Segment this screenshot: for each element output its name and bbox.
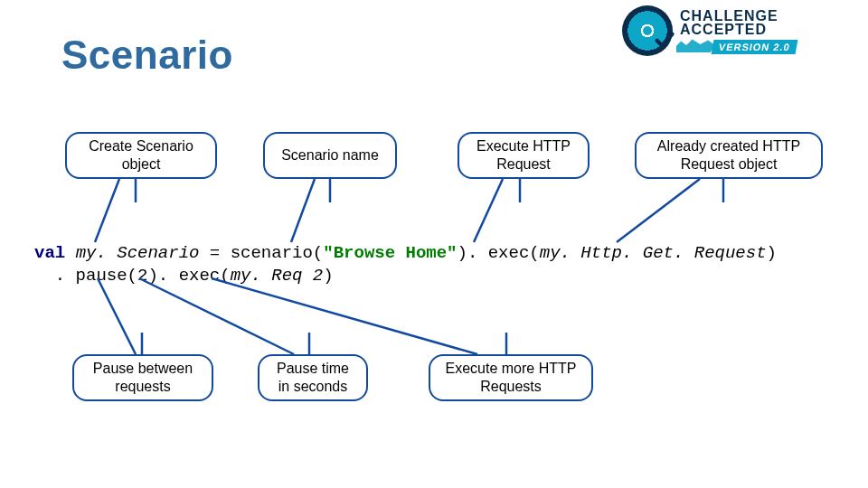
logo-line1: CHALLENGE (680, 9, 778, 23)
svg-line-1 (95, 179, 119, 242)
callout-scenario-name: Scenario name (263, 132, 397, 179)
svg-line-3 (291, 179, 315, 242)
code-rest1: ). exec( (458, 243, 540, 263)
logo-check-icon (655, 31, 675, 51)
callout-execute-http: Execute HTTPRequest (458, 132, 590, 179)
code-var3: my. Req 2 (231, 266, 324, 286)
code-eq: = scenario( (199, 243, 323, 263)
slide-title: Scenario (61, 33, 233, 78)
code-var1: my. Scenario (76, 243, 200, 263)
slide: Scenario CHALLENGE ACCEPTED VERSION 2.0 … (0, 0, 868, 488)
code-rest1b: ) (767, 243, 777, 263)
logo-version: VERSION 2.0 (712, 40, 798, 54)
logo-text: CHALLENGE ACCEPTED (680, 9, 778, 36)
code-kw: val (34, 243, 65, 263)
callout-already-created: Already created HTTPRequest object (635, 132, 823, 179)
code-line2b: ) (323, 266, 333, 286)
logo-paint-icon (676, 36, 716, 52)
svg-line-7 (617, 179, 700, 242)
code-str: "Browse Home" (323, 243, 457, 263)
code-block: val my. Scenario = scenario("Browse Home… (34, 242, 777, 286)
svg-line-5 (474, 179, 503, 242)
callout-pause-time: Pause timein seconds (258, 354, 368, 401)
code-var2: my. Http. Get. Request (540, 243, 767, 263)
svg-line-8 (98, 278, 136, 354)
callout-create-scenario: Create Scenarioobject (65, 132, 217, 179)
svg-line-10 (139, 278, 294, 354)
logo: CHALLENGE ACCEPTED VERSION 2.0 (622, 5, 857, 60)
code-line2a: . pause(2). exec( (34, 266, 231, 286)
svg-line-12 (212, 278, 477, 354)
callout-pause-between: Pause betweenrequests (72, 354, 213, 401)
callout-execute-more: Execute more HTTPRequests (429, 354, 593, 401)
logo-line2: ACCEPTED (680, 23, 778, 36)
